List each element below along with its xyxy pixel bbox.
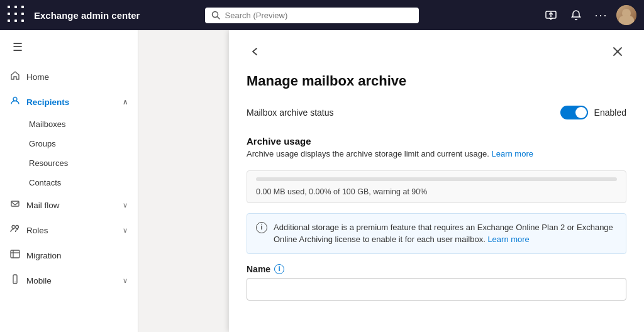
home-icon: [10, 70, 20, 83]
sidebar-top: ☰: [0, 30, 138, 64]
panel-nav: [247, 43, 264, 60]
archive-usage-desc: Archive usage displays the archive stora…: [247, 148, 626, 160]
search-box[interactable]: [205, 8, 419, 23]
name-field-section: Name i: [247, 264, 626, 301]
sidebar-sub-item-groups[interactable]: Groups: [0, 134, 138, 153]
app-title: Exchange admin center: [34, 10, 140, 21]
mailflow-chevron-icon: ∨: [123, 201, 128, 209]
roles-label: Roles: [26, 226, 116, 235]
hamburger-button[interactable]: ☰: [10, 38, 25, 57]
migration-label: Migration: [26, 251, 128, 260]
recipients-icon: [10, 96, 20, 108]
archive-usage-title: Archive usage: [247, 136, 626, 147]
mobile-label: Mobile: [26, 276, 116, 285]
sidebar-sub-recipients: Mailboxes Groups Resources Contacts: [0, 114, 138, 192]
info-box: i Additional storage is a premium featur…: [247, 213, 626, 254]
toggle-right: Enabled: [560, 106, 626, 119]
roles-chevron-icon: ∨: [123, 226, 128, 235]
sidebar-item-roles[interactable]: Roles ∨: [0, 218, 138, 243]
svg-point-14: [14, 282, 16, 283]
mobile-chevron-icon: ∨: [123, 277, 128, 285]
search-input[interactable]: [225, 11, 413, 20]
top-bar: Exchange admin center ···: [0, 0, 644, 30]
name-field-input[interactable]: [247, 278, 626, 301]
mobile-icon: [10, 274, 20, 287]
roles-icon: [10, 224, 20, 236]
sidebar-item-mobile[interactable]: Mobile ∨: [0, 268, 138, 293]
progress-area: 0.00 MB used, 0.00% of 100 GB, warning a…: [247, 170, 626, 203]
main-content: Manage mailbox archive Mailbox archive s…: [138, 30, 644, 332]
archive-status-toggle[interactable]: [560, 106, 588, 119]
archive-usage-learn-more[interactable]: Learn more: [492, 149, 533, 158]
home-label: Home: [26, 72, 128, 82]
sidebar-sub-item-resources[interactable]: Resources: [0, 153, 138, 173]
avatar-image: [616, 5, 636, 25]
toggle-label: Mailbox archive status: [247, 108, 334, 118]
main-layout: ☰ Home Recipients ∧ Mailboxes: [0, 30, 644, 332]
sidebar: ☰ Home Recipients ∧ Mailboxes: [0, 30, 138, 332]
panel-title: Manage mailbox archive: [247, 73, 626, 89]
sidebar-item-home[interactable]: Home: [0, 64, 138, 89]
info-box-learn-more[interactable]: Learn more: [487, 235, 529, 244]
app-launcher-icon[interactable]: [8, 6, 26, 25]
sidebar-sub-item-mailboxes[interactable]: Mailboxes: [0, 114, 138, 134]
sidebar-item-mailflow[interactable]: Mail flow ∨: [0, 192, 138, 218]
recipients-chevron-icon: ∧: [123, 98, 128, 106]
mailflow-icon: [10, 199, 20, 211]
screen-share-button[interactable]: [541, 5, 561, 25]
svg-point-6: [13, 97, 17, 101]
svg-line-1: [217, 17, 219, 19]
info-box-text: Additional storage is a premium feature …: [274, 221, 617, 246]
manage-mailbox-panel: Manage mailbox archive Mailbox archive s…: [229, 30, 644, 332]
progress-bar-track: [256, 177, 617, 181]
recipients-label: Recipients: [26, 97, 116, 107]
panel-header: [247, 43, 626, 60]
more-options-button[interactable]: ···: [591, 5, 611, 25]
name-field-label: Name i: [247, 264, 626, 274]
mailbox-archive-toggle-row: Mailbox archive status Enabled: [247, 99, 626, 126]
close-button[interactable]: [609, 43, 626, 60]
svg-point-9: [16, 226, 19, 229]
migration-icon: [10, 249, 20, 262]
search-icon: [211, 11, 220, 19]
svg-point-8: [12, 226, 15, 229]
more-dots-icon: ···: [594, 9, 608, 22]
sidebar-item-recipients[interactable]: Recipients ∧: [0, 89, 138, 114]
notifications-button[interactable]: [566, 5, 586, 25]
avatar[interactable]: [616, 5, 636, 25]
name-field-info-icon[interactable]: i: [274, 264, 284, 274]
top-bar-actions: ···: [541, 5, 636, 25]
toggle-state-text: Enabled: [594, 108, 626, 118]
info-icon: i: [256, 222, 267, 233]
sidebar-sub-item-contacts[interactable]: Contacts: [0, 173, 138, 192]
sidebar-item-migration[interactable]: Migration: [0, 243, 138, 268]
mailflow-label: Mail flow: [26, 201, 116, 210]
svg-rect-10: [11, 250, 19, 258]
archive-usage-section: Archive usage Archive usage displays the…: [247, 136, 626, 160]
back-button[interactable]: [247, 43, 264, 60]
progress-text: 0.00 MB used, 0.00% of 100 GB, warning a…: [256, 187, 427, 196]
